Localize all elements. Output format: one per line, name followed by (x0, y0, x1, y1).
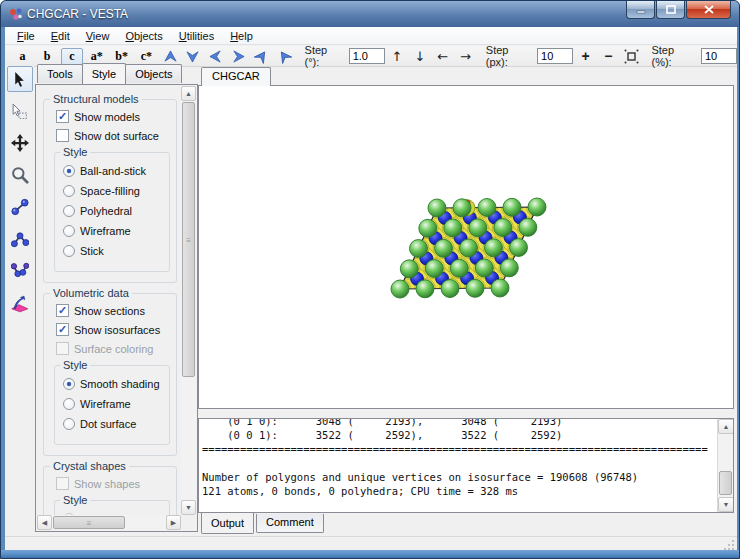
pan-right-icon[interactable]: → (455, 48, 476, 65)
axis-a-button[interactable]: a (11, 48, 34, 65)
console-tabs: Output Comment (201, 514, 326, 534)
axis-c-button[interactable]: c (61, 48, 84, 65)
checkbox-checked-icon: ✓ (56, 304, 69, 317)
radio-icon (63, 245, 75, 257)
select-icon[interactable] (7, 66, 33, 92)
group-crystal-shapes: Crystal shapes ✓ Show shapes Style Unico… (43, 466, 177, 515)
pan-left-icon[interactable]: ← (432, 48, 453, 65)
menu-help[interactable]: Help (222, 29, 261, 43)
vesta-window: CHGCAR - VESTA File Edit View Objects Ut… (0, 0, 740, 559)
checkbox-show-dot-surface[interactable]: ✓ Show dot surface (56, 129, 172, 142)
radio-smooth-shading[interactable]: Smooth shading (63, 378, 165, 390)
side-panel: Tools Style Objects Structural models ✓ … (35, 64, 198, 532)
checkbox-show-isosurfaces[interactable]: ✓ Show isosurfaces (56, 323, 172, 336)
rotate-down-icon[interactable] (183, 48, 204, 65)
move-icon[interactable] (7, 130, 33, 156)
checkbox-show-sections[interactable]: ✓ Show sections (56, 304, 172, 317)
panel-hscroll-thumb[interactable]: ≡ (53, 516, 125, 529)
fit-view-icon[interactable] (621, 48, 642, 65)
scroll-up-icon[interactable]: ▲ (718, 419, 734, 434)
panel-horizontal-scrollbar[interactable]: ◀ ≡ ▶ (37, 515, 181, 530)
step-px-input[interactable] (537, 48, 573, 64)
bond-angle-icon[interactable] (7, 226, 33, 252)
scroll-down-icon[interactable]: ▼ (718, 497, 734, 512)
checkbox-disabled-icon: ✓ (56, 477, 69, 490)
group-structural-models: Structural models ✓ Show models ✓ Show d… (43, 99, 177, 283)
crystal-structure[interactable] (199, 86, 733, 408)
radio-stick[interactable]: Stick (63, 245, 165, 257)
lattice-plane-icon[interactable] (7, 290, 33, 316)
panel-scroll-thumb[interactable]: ≡ (182, 102, 195, 377)
checkbox-show-models[interactable]: ✓ Show models (56, 110, 172, 123)
output-console[interactable]: (0 1 0): 3048 ( 2193), 3048 ( 2193) (0 0… (198, 418, 734, 513)
pan-up-icon[interactable]: ↑ (387, 48, 408, 65)
radio-icon (63, 225, 75, 237)
axis-a-star-button[interactable]: a* (85, 48, 108, 65)
axis-b-star-button[interactable]: b* (110, 48, 133, 65)
output-text: (0 1 0): 3048 ( 2193), 3048 ( 2193) (0 0… (202, 418, 715, 498)
tab-style[interactable]: Style (82, 63, 126, 84)
scroll-left-icon[interactable]: ◀ (37, 515, 52, 530)
zoom-out-button[interactable]: − (598, 48, 619, 65)
scroll-right-icon[interactable]: ▶ (166, 515, 181, 530)
tab-output[interactable]: Output (201, 513, 254, 534)
step-pct-input[interactable] (701, 48, 737, 64)
rotate-left-icon[interactable] (205, 48, 226, 65)
checkbox-disabled-icon: ✓ (56, 342, 69, 355)
menu-edit[interactable]: Edit (43, 29, 78, 43)
tilt-left-icon[interactable] (251, 48, 272, 65)
tab-objects[interactable]: Objects (125, 64, 182, 83)
title-bar[interactable]: CHGCAR - VESTA (1, 1, 739, 27)
step-deg-input[interactable] (349, 48, 385, 64)
group-crystal-style: Style Unicolor (54, 500, 170, 515)
step-px-label: Step (px): (486, 44, 533, 68)
client-area: File Edit View Objects Utilities Help a … (5, 27, 737, 552)
tab-comment[interactable]: Comment (256, 514, 324, 533)
scroll-down-icon[interactable]: ▼ (181, 500, 196, 515)
menu-view[interactable]: View (78, 29, 118, 43)
menu-utilities[interactable]: Utilities (171, 29, 222, 43)
resize-grip[interactable] (724, 539, 735, 550)
tab-tools[interactable]: Tools (37, 64, 83, 83)
close-button[interactable] (686, 1, 731, 19)
zoom-in-button[interactable]: + (575, 48, 596, 65)
rotate-up-icon[interactable] (160, 48, 181, 65)
checkbox-show-shapes: ✓ Show shapes (56, 477, 172, 490)
axis-b-button[interactable]: b (36, 48, 59, 65)
area-select-icon[interactable] (7, 98, 33, 124)
maximize-button[interactable] (656, 1, 685, 19)
axis-c-star-button[interactable]: c* (135, 48, 158, 65)
bond-distance-icon[interactable] (7, 194, 33, 220)
menu-objects[interactable]: Objects (117, 29, 170, 43)
radio-icon (63, 418, 75, 430)
render-canvas[interactable] (198, 85, 734, 409)
panel-vertical-scrollbar[interactable]: ▲ ≡ ▼ (181, 86, 196, 515)
style-panel-content: Structural models ✓ Show models ✓ Show d… (35, 84, 198, 532)
minimize-button[interactable] (626, 1, 655, 19)
radio-space-filling[interactable]: Space-filling (63, 185, 165, 197)
group-structural-style: Style Ball-and-stick Space-filling (54, 152, 170, 272)
radio-wireframe[interactable]: Wireframe (63, 225, 165, 237)
radio-volumetric-wireframe[interactable]: Wireframe (63, 398, 165, 410)
rotate-right-icon[interactable] (228, 48, 249, 65)
radio-ball-and-stick[interactable]: Ball-and-stick (63, 165, 165, 177)
menu-file[interactable]: File (9, 29, 43, 43)
tilt-right-icon[interactable] (274, 48, 295, 65)
radio-icon (63, 205, 75, 217)
group-volumetric-style: Style Smooth shading Wireframe (54, 365, 170, 445)
window-bottom-border (1, 550, 739, 558)
dihedral-angle-icon[interactable] (7, 258, 33, 284)
output-vertical-scrollbar[interactable]: ▲ ▼ (717, 419, 733, 512)
menu-bar: File Edit View Objects Utilities Help (5, 27, 737, 45)
tab-chgcar[interactable]: CHGCAR (201, 67, 271, 86)
radio-selected-icon (63, 165, 75, 177)
window-title: CHGCAR - VESTA (27, 7, 128, 21)
step-deg-label: Step (°): (305, 44, 345, 68)
scroll-up-icon[interactable]: ▲ (181, 86, 196, 101)
radio-polyhedral[interactable]: Polyhedral (63, 205, 165, 217)
pan-down-icon[interactable]: ↓ (409, 48, 430, 65)
radio-dot-surface[interactable]: Dot surface (63, 418, 165, 430)
magnify-icon[interactable] (7, 162, 33, 188)
vesta-app-icon (8, 6, 24, 22)
output-scroll-thumb[interactable] (719, 471, 732, 495)
